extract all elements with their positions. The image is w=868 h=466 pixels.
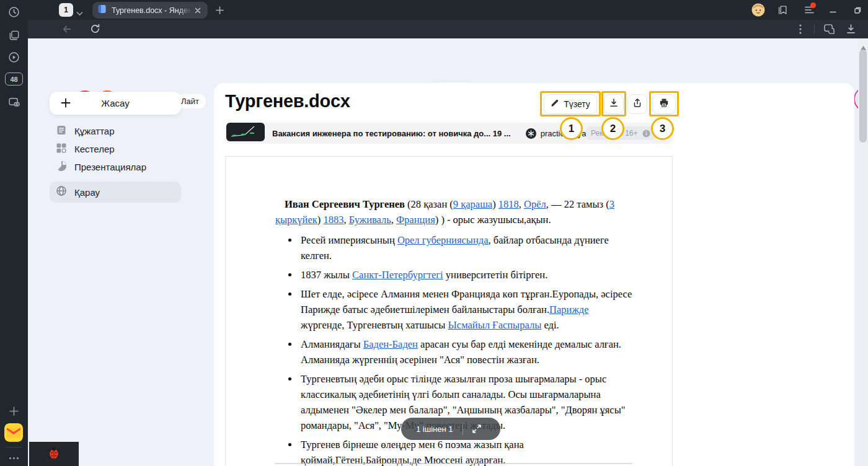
document-icon xyxy=(56,125,67,138)
doc-link[interactable]: 9 қараша xyxy=(453,198,492,210)
doc-link[interactable]: Ысмайыл Ғаспыралы xyxy=(448,319,541,331)
doc-text: Тургенев бірнеше өлеңдер мен 6 поэма жаз… xyxy=(301,439,524,466)
globe-icon xyxy=(56,185,67,199)
tab-group-counter[interactable]: 1 xyxy=(59,3,73,17)
reload-icon[interactable] xyxy=(89,23,101,37)
bug-overlay-chip[interactable] xyxy=(29,442,79,466)
page-scrollbar[interactable] xyxy=(858,38,868,466)
doc-bullet: Тургенев бірнеше өлеңдер мен 6 поэма жаз… xyxy=(299,437,634,466)
doc-text: жүргенде, Тургеневтың хатшысы xyxy=(301,319,448,331)
doc-text: 1837 жылы xyxy=(301,269,352,281)
sidebar-item-label: Құжаттар xyxy=(74,126,115,136)
print-icon xyxy=(659,98,669,110)
create-button-label: Жасау xyxy=(50,98,181,108)
ladybug-icon xyxy=(46,446,61,463)
doc-link[interactable]: Орёл xyxy=(524,198,546,210)
doc-text: Иван Сергеевич Тургенев xyxy=(285,198,405,210)
profile-emoji-avatar[interactable] xyxy=(751,3,765,19)
practicum-logo-icon xyxy=(526,128,536,139)
print-button[interactable] xyxy=(652,94,676,114)
kebab-menu-icon[interactable] xyxy=(799,24,802,37)
yandex-mail-icon[interactable] xyxy=(4,423,23,442)
doc-bullet: Шет елде, әсіресе Алмания менен Францияд… xyxy=(299,286,634,333)
downloads-icon[interactable] xyxy=(846,24,856,37)
scrollbar-thumb[interactable] xyxy=(859,50,867,143)
bookmarks-panel-icon[interactable] xyxy=(776,4,789,16)
sidebar-item-presentations[interactable]: Презентациялар xyxy=(50,158,181,176)
page-indicator-pill: 1 ішінен 1 xyxy=(401,418,500,440)
tab-counter-badge[interactable]: 48 xyxy=(5,73,23,86)
doc-text: Алманиядағы xyxy=(301,338,363,350)
create-button[interactable]: Жасау xyxy=(50,92,181,115)
history-icon[interactable] xyxy=(6,4,22,20)
presentations-icon xyxy=(56,160,67,174)
fullscreen-expand-icon[interactable] xyxy=(472,424,482,434)
ad-thumbnail-chart-icon xyxy=(226,123,265,144)
collections-icon[interactable] xyxy=(823,24,835,37)
ad-banner[interactable]: Вакансия инженера по тестированию: от но… xyxy=(225,123,673,144)
doc-link[interactable]: Баден-Баден xyxy=(363,338,418,350)
doc-text: университетін бітірген. xyxy=(443,269,548,281)
ad-headline: Вакансия инженера по тестированию: от но… xyxy=(272,129,511,138)
tab-title: Тургенев.docx - Яндекс xyxy=(112,6,191,15)
doc-link[interactable]: Санкт-Петербургтегі xyxy=(352,269,443,281)
sidebar-item-view[interactable]: Қарау xyxy=(50,182,181,203)
doc-link[interactable]: 1818 xyxy=(498,198,519,210)
rail-more-icon[interactable] xyxy=(6,451,22,466)
add-panel-icon[interactable] xyxy=(6,403,22,419)
clipped-next-line xyxy=(275,463,632,464)
sidebar-item-label: Қарау xyxy=(74,187,100,198)
sidebar-item-tables[interactable]: Кестелер xyxy=(50,140,181,158)
play-icon[interactable] xyxy=(6,50,22,65)
ad-disclaimer-pill: Реклама 16+ xyxy=(586,126,655,140)
document-title: Тургенев.docx xyxy=(225,91,350,112)
doc-text: (28 қазан ( xyxy=(405,198,453,210)
browser-side-rail: 48 xyxy=(0,0,28,466)
doc-text: еді. xyxy=(541,319,559,331)
doc-text: Ресей империясының xyxy=(301,234,397,246)
new-tab-icon[interactable] xyxy=(213,4,226,16)
active-tab[interactable]: Тургенев.docx - Яндекс xyxy=(92,2,208,19)
yandex360-header: Я 360 Лайт Пошта Диск Құжаттар 24 Күнтіз xyxy=(28,38,868,83)
tables-icon xyxy=(56,143,67,156)
tab-close-icon[interactable] xyxy=(195,5,201,16)
edit-button[interactable]: Түзету xyxy=(544,94,597,114)
screenshot-icon[interactable] xyxy=(6,94,22,110)
doc-link[interactable]: Парижде xyxy=(549,304,588,315)
doc-intro-paragraph: Иван Сергеевич Тургенев (28 қазан (9 қар… xyxy=(275,196,634,227)
doc-bullet: Алманиядағы Баден-Баден арасан суы бар е… xyxy=(299,336,634,367)
doc-bullet: 1837 жылы Санкт-Петербургтегі университе… xyxy=(299,267,634,283)
restore-window-icon[interactable] xyxy=(851,4,864,16)
doc-link[interactable]: Франция xyxy=(396,214,435,226)
sidebar-item-documents[interactable]: Құжаттар xyxy=(50,122,181,140)
doc-text: , xyxy=(391,214,396,226)
tab-favicon-docs-icon xyxy=(97,4,107,16)
doc-text: , — 22 тамыз ( xyxy=(546,198,609,210)
page-indicator-label: 1 ішінен 1 xyxy=(416,424,453,434)
doc-text: , xyxy=(519,198,524,210)
doc-text: , xyxy=(343,214,348,226)
screen: 48 1 Тургенев.docx - Яндекс xyxy=(0,0,868,466)
rail-divider xyxy=(6,447,22,447)
doc-link[interactable]: 1883 xyxy=(323,214,343,226)
info-icon[interactable] xyxy=(642,130,650,138)
pager-divider xyxy=(463,423,463,435)
tab-bar: 1 Тургенев.docx - Яндекс xyxy=(28,0,868,20)
toolbar-divider xyxy=(814,24,815,33)
menu-notification-dot xyxy=(810,2,816,8)
download-button[interactable] xyxy=(604,94,624,114)
tab-panels-icon[interactable] xyxy=(6,27,22,43)
doc-link[interactable]: Орел губерниясында xyxy=(397,234,489,246)
doc-text: ) ) - орыс жазушысы,ақын. xyxy=(435,214,551,226)
chevron-down-icon[interactable] xyxy=(76,7,83,19)
share-button[interactable] xyxy=(627,94,647,114)
download-icon xyxy=(609,98,619,110)
ad-age-label: 16+ xyxy=(625,129,637,138)
back-icon[interactable] xyxy=(61,24,73,37)
doc-bullet: Ресей империясының Орел губерниясында, б… xyxy=(299,232,634,263)
doc-link[interactable]: Буживаль xyxy=(349,214,391,226)
share-icon xyxy=(632,98,642,110)
minimize-icon[interactable] xyxy=(826,4,839,16)
edit-button-label: Түзету xyxy=(564,99,590,109)
sidebar-item-label: Кестелер xyxy=(74,144,115,154)
